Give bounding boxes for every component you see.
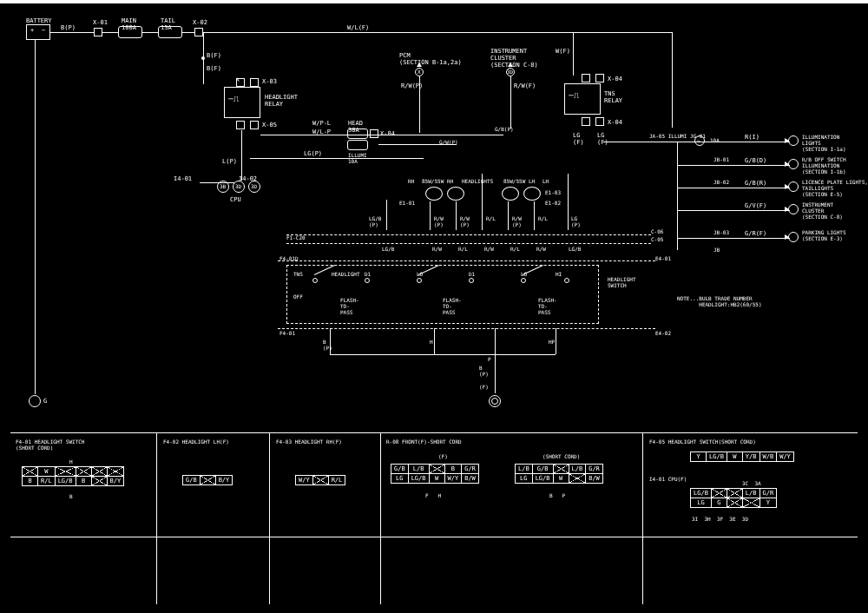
conn-label: F4-01 xyxy=(279,330,295,336)
conn-label: C-06 xyxy=(651,228,663,234)
pinout-table-r08b: L/BG/BL/BG/R LGLG/BWB/W xyxy=(515,464,603,484)
connector xyxy=(236,121,245,129)
table-sub: (F) xyxy=(438,453,448,459)
wire-label: R/W(F) xyxy=(514,82,536,89)
sw-lbl: HI xyxy=(556,271,562,277)
output-node xyxy=(788,204,799,214)
conn-label: X-04 xyxy=(608,119,622,126)
connector xyxy=(582,117,590,126)
wire-label: LG/B xyxy=(382,246,394,252)
bottom-label: B P xyxy=(549,492,565,498)
fuse-illumi xyxy=(347,140,368,150)
pin: 3D xyxy=(251,183,257,189)
hl-rating: 85W/55W RH xyxy=(422,178,453,184)
conn-label: X-03 xyxy=(262,78,277,85)
table-sub: (SHORT CORD) xyxy=(542,453,580,459)
wire xyxy=(677,165,790,166)
section-divider-2 xyxy=(10,537,858,537)
table-title: R-08 FRONT(F)-SHORT CORD xyxy=(386,438,462,445)
outer-frame xyxy=(0,0,868,3)
wire xyxy=(534,201,535,230)
wire-label: LG/B xyxy=(569,246,581,252)
ground-dot xyxy=(491,398,498,405)
wire xyxy=(50,32,94,33)
wire-label: R/W xyxy=(536,246,546,252)
sw-lbl: D1 xyxy=(365,271,371,277)
fuse-small: 10A xyxy=(710,137,720,143)
pin-label: P xyxy=(488,356,491,362)
pcm-label: PCM (SECTION B-1a,2a) xyxy=(399,52,462,66)
connector xyxy=(250,121,259,129)
wire xyxy=(142,32,158,33)
junction xyxy=(201,56,205,60)
connector xyxy=(595,117,604,126)
battery-plus: + xyxy=(30,27,34,34)
conn-label: F4-01D xyxy=(279,255,299,261)
ground-wire xyxy=(35,40,36,394)
table-col-div xyxy=(642,432,643,604)
sw-lbl: FLASH- TO- PASS xyxy=(443,297,462,315)
conn-label: X-04 xyxy=(380,130,395,137)
conn-row xyxy=(286,243,651,244)
num: X xyxy=(418,69,421,75)
wire-label: B(F) xyxy=(207,52,221,59)
wire xyxy=(603,142,760,142)
relay-symbol: ⎓⎍ xyxy=(569,90,579,100)
wire-label: R(I) xyxy=(745,134,760,141)
wire-label: LG/B(P) xyxy=(369,215,381,227)
sw-contact xyxy=(469,278,474,283)
wire-label: R/W(P) xyxy=(460,215,470,227)
headlights-label: HEADLIGHTS xyxy=(462,178,493,184)
arrow xyxy=(785,138,789,143)
bottom-labels: 3I 3H 3F 3E 3D xyxy=(692,516,748,522)
connector xyxy=(194,28,203,36)
sw-contact xyxy=(417,278,422,283)
wire xyxy=(677,142,678,250)
conn-label: E1-01 xyxy=(399,200,415,206)
wire-label: W(F) xyxy=(556,48,570,55)
wire-label: G/B(P) xyxy=(495,126,514,132)
wire-label: G/B(R) xyxy=(745,180,766,187)
output-node xyxy=(788,135,799,146)
wire xyxy=(182,32,194,33)
arrow xyxy=(508,63,513,67)
wire-label: R/L xyxy=(538,215,548,221)
gnd-label: B(P) xyxy=(479,365,489,377)
arrow xyxy=(785,234,789,240)
table-col-div xyxy=(380,432,381,604)
wire-label: R/W(P) xyxy=(512,215,522,227)
sw-lbl: D1 xyxy=(469,271,475,277)
table-title: F4-05 HEADLIGHT SWITCH(SHORT CORD) xyxy=(649,438,756,445)
battery-label: BATTERY xyxy=(26,17,52,24)
connector xyxy=(582,74,590,82)
table-title: F4-03 HEADLIGHT RH(F) xyxy=(276,438,342,445)
main-bus xyxy=(203,32,672,33)
node-sym: ~ xyxy=(697,137,700,143)
connector xyxy=(94,28,102,36)
hl-label: RH xyxy=(408,178,414,184)
relay-label: HEADLIGHT RELAY xyxy=(265,94,298,108)
pin-label: HP xyxy=(549,339,555,345)
arrow xyxy=(785,207,789,212)
jb-label: JB xyxy=(713,247,720,253)
pin-label: H xyxy=(430,339,433,345)
wire-label: G/V(F) xyxy=(745,202,766,209)
jb-label: JB-02 xyxy=(713,179,729,185)
wire xyxy=(430,201,431,230)
conn-row xyxy=(278,260,655,261)
ground-label: G xyxy=(43,398,47,405)
wire xyxy=(677,238,790,239)
arrow xyxy=(785,161,789,167)
section-divider xyxy=(10,432,858,433)
battery-minus: − xyxy=(42,27,45,34)
conn-label: I4-01 xyxy=(174,175,192,182)
wire-label: R/L xyxy=(458,246,468,252)
pinout-table-r08a: G/BL/BBG/R LGLG/BWW/YB/W xyxy=(391,464,479,484)
pin: 3D xyxy=(235,183,241,189)
wire xyxy=(386,200,387,230)
sw-lbl: TNS xyxy=(293,271,303,277)
table-title: F4-02 HEADLIGHT LH(F) xyxy=(163,438,229,445)
wire-label: B(P) xyxy=(61,24,76,31)
connector xyxy=(370,129,378,138)
table-top-label: H xyxy=(69,458,73,465)
